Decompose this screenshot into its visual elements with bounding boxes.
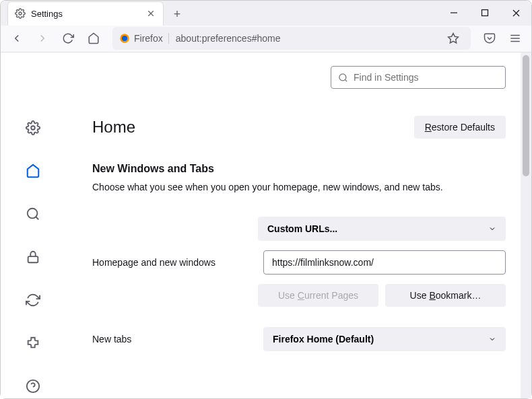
svg-point-8 [122,36,127,41]
svg-rect-16 [28,256,38,262]
svg-line-15 [36,217,38,219]
identity-box[interactable]: Firefox [119,33,169,44]
browser-tab[interactable]: Settings [7,1,164,26]
home-button[interactable] [83,28,104,49]
sidebar-help-icon[interactable] [21,374,45,398]
svg-point-14 [28,209,38,219]
close-icon[interactable] [145,8,156,19]
firefox-icon [119,33,130,44]
use-current-pages-button[interactable]: Use Current Pages [258,284,378,307]
url-text: about:preferences#home [176,33,436,44]
select-value: Firefox Home (Default) [273,334,374,344]
sidebar-privacy-icon[interactable] [21,245,45,269]
restore-defaults-button[interactable]: Restore Defaults [414,116,506,139]
search-placeholder: Find in Settings [354,72,419,83]
section-heading: New Windows and Tabs [92,163,506,175]
homepage-mode-select[interactable]: Custom URLs... [258,217,506,241]
scrollbar-thumb[interactable] [523,55,529,176]
tab-title: Settings [31,9,140,19]
svg-point-0 [19,12,22,15]
svg-line-20 [345,79,347,81]
homepage-row-label: Homepage and new windows [92,257,254,268]
newtabs-select[interactable]: Firefox Home (Default) [263,327,506,351]
forward-button[interactable] [32,28,53,49]
sidebar [1,52,65,398]
homepage-url-input[interactable] [263,250,506,275]
close-window-button[interactable] [500,1,531,25]
svg-rect-4 [482,10,488,16]
sidebar-home-icon[interactable] [21,159,45,183]
newtabs-row-label: New tabs [92,334,254,344]
sidebar-sync-icon[interactable] [21,288,45,312]
minimize-button[interactable] [438,1,469,25]
chevron-down-icon [488,225,496,233]
back-button[interactable] [6,28,28,49]
svg-point-19 [339,73,346,80]
titlebar: Settings + [1,1,531,26]
svg-point-13 [31,126,35,130]
app-menu-button[interactable] [504,28,526,49]
page-title: Home [92,118,135,137]
chevron-down-icon [488,335,496,343]
section-description: Choose what you see when you open your h… [92,182,506,192]
maximize-button[interactable] [469,1,500,25]
scrollbar[interactable] [521,52,531,398]
settings-search-input[interactable]: Find in Settings [331,66,506,89]
select-value: Custom URLs... [267,223,337,234]
url-bar[interactable]: Firefox about:preferences#home [112,27,471,50]
sidebar-general-icon[interactable] [21,116,45,140]
reload-button[interactable] [57,28,79,49]
identity-label: Firefox [134,33,163,44]
use-bookmark-button[interactable]: Use Bookmark… [385,284,506,307]
search-icon [338,73,348,83]
sidebar-search-icon[interactable] [21,202,45,226]
svg-marker-9 [448,34,459,43]
gear-icon [15,8,26,19]
main-content: Find in Settings Home Restore Defaults N… [65,52,521,398]
pocket-icon[interactable] [479,28,500,49]
bookmark-star-icon[interactable] [442,28,464,49]
sidebar-extensions-icon[interactable] [21,331,45,355]
new-tab-button[interactable]: + [166,4,188,26]
